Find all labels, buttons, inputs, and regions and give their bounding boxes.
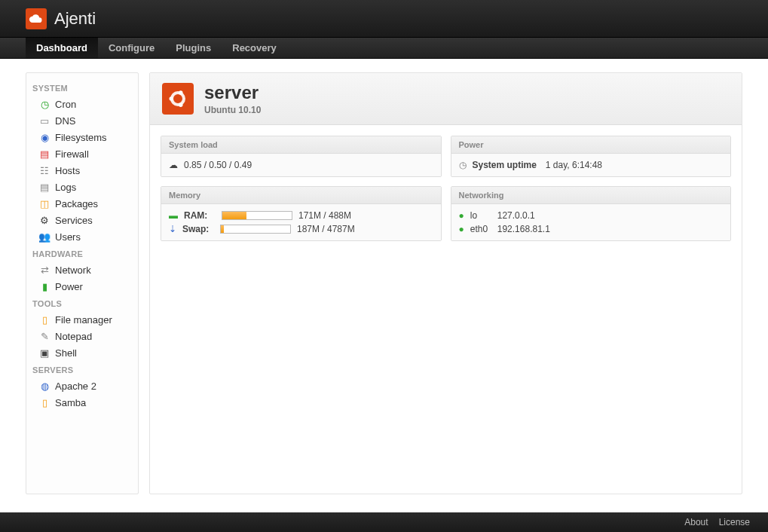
network-icon: ⇄ <box>38 264 50 276</box>
sidebar-item-label: Users <box>55 231 81 243</box>
battery-icon: ▮ <box>38 280 50 292</box>
sidebar-item-filemanager[interactable]: ▯File manager <box>31 311 133 328</box>
folder-icon: ▯ <box>38 313 50 326</box>
notepad-icon: ✎ <box>38 330 50 342</box>
sidebar-item-label: Filesystems <box>55 132 107 143</box>
gear-icon: ⚙ <box>38 214 50 226</box>
ram-icon: ▬ <box>169 210 178 221</box>
sidebar-item-label: Cron <box>55 99 76 110</box>
page-subtitle: Ubuntu 10.10 <box>204 105 261 115</box>
hosts-icon: ☷ <box>38 164 50 176</box>
ubuntu-icon <box>167 87 189 110</box>
widget-networking: Networking ● lo 127.0.0.1 ● eth0 192.168… <box>451 186 732 241</box>
widget-memory-title: Memory <box>161 187 441 204</box>
swap-label: Swap: <box>182 224 214 234</box>
sidebar-item-hosts[interactable]: ☷Hosts <box>31 162 133 179</box>
navbar: Dashboard Configure Plugins Recovery <box>0 38 768 59</box>
widget-power: Power ◷ System uptime 1 day, 6:14:48 <box>451 136 732 177</box>
iface-addr: 127.0.0.1 <box>497 210 535 221</box>
samba-icon: ▯ <box>38 396 50 408</box>
iface-up-icon: ● <box>459 210 464 221</box>
sidebar-item-label: Services <box>55 215 93 226</box>
ram-bar-fill <box>222 212 246 219</box>
sidebar-item-apache[interactable]: ◍Apache 2 <box>31 378 133 394</box>
load-value: 0.85 / 0.50 / 0.49 <box>184 160 252 170</box>
sidebar-item-label: DNS <box>55 115 75 127</box>
sidebar-section-system: SYSTEM <box>31 79 133 96</box>
sidebar-item-label: Shell <box>55 347 77 359</box>
sidebar-item-filesystems[interactable]: ◉Filesystems <box>31 129 133 145</box>
sidebar-item-users[interactable]: 👥Users <box>31 228 133 245</box>
ram-text: 171M / 488M <box>298 210 351 221</box>
sidebar-item-notepad[interactable]: ✎Notepad <box>31 328 133 344</box>
sidebar-item-label: Firewall <box>55 148 89 160</box>
globe-icon: ◍ <box>38 380 50 392</box>
iface-up-icon: ● <box>459 224 464 234</box>
brand-logo <box>26 8 47 29</box>
sidebar-item-label: Samba <box>55 397 86 408</box>
widget-load-title: System load <box>161 136 441 154</box>
terminal-icon: ▣ <box>38 347 50 359</box>
sidebar-item-samba[interactable]: ▯Samba <box>31 394 133 411</box>
widget-memory: Memory ▬ RAM: 171M / 488M ⇣ Swap: 187M /… <box>161 186 442 241</box>
wall-icon: ▤ <box>38 148 50 160</box>
disk-icon: ◉ <box>38 131 50 143</box>
logs-icon: ▤ <box>38 181 50 193</box>
iface-name: lo <box>470 210 491 221</box>
sidebar-item-packages[interactable]: ◫Packages <box>31 195 133 212</box>
clock-icon: ◷ <box>459 160 467 170</box>
swap-icon: ⇣ <box>169 224 176 234</box>
nav-dashboard[interactable]: Dashboard <box>26 38 98 58</box>
widget-power-title: Power <box>451 136 731 154</box>
swap-text: 187M / 4787M <box>297 224 355 234</box>
sidebar-item-cron[interactable]: ◷Cron <box>31 96 133 112</box>
iface-name: eth0 <box>470 224 491 234</box>
sidebar-item-label: File manager <box>55 314 112 326</box>
gauge-icon: ☁ <box>169 160 178 170</box>
swap-bar <box>220 225 291 234</box>
widget-networking-title: Networking <box>451 187 731 204</box>
sidebar-section-tools: TOOLS <box>31 295 133 311</box>
cloud-icon <box>29 11 44 26</box>
nav-plugins[interactable]: Plugins <box>165 38 222 58</box>
brand-title: Ajenti <box>54 9 96 29</box>
os-logo <box>162 83 194 115</box>
sidebar-item-label: Network <box>55 264 91 276</box>
widget-load: System load ☁ 0.85 / 0.50 / 0.49 <box>161 136 442 177</box>
uptime-label: System uptime <box>473 160 537 170</box>
sidebar-item-power[interactable]: ▮Power <box>31 278 133 295</box>
footer-license[interactable]: License <box>719 517 750 527</box>
sidebar-section-servers: SERVERS <box>31 361 133 378</box>
page-header: server Ubuntu 10.10 <box>150 73 742 125</box>
uptime-value: 1 day, 6:14:48 <box>546 160 602 170</box>
sidebar-item-label: Notepad <box>55 331 92 342</box>
sidebar: SYSTEM ◷Cron ▭DNS ◉Filesystems ▤Firewall… <box>26 72 139 494</box>
clock-icon: ◷ <box>38 98 50 110</box>
ram-label: RAM: <box>184 210 216 221</box>
footer: About License <box>0 512 768 532</box>
card-icon: ▭ <box>38 115 50 127</box>
sidebar-item-label: Logs <box>55 182 76 193</box>
sidebar-item-shell[interactable]: ▣Shell <box>31 344 133 361</box>
sidebar-item-logs[interactable]: ▤Logs <box>31 179 133 195</box>
sidebar-item-label: Packages <box>55 198 98 209</box>
sidebar-item-dns[interactable]: ▭DNS <box>31 112 133 129</box>
nav-recovery[interactable]: Recovery <box>222 38 287 58</box>
sidebar-item-network[interactable]: ⇄Network <box>31 261 133 278</box>
page-title: server <box>204 82 261 103</box>
iface-addr: 192.168.81.1 <box>497 224 550 234</box>
sidebar-section-hardware: HARDWARE <box>31 245 133 261</box>
sidebar-item-label: Apache 2 <box>55 381 96 392</box>
swap-bar-fill <box>221 225 224 233</box>
sidebar-item-label: Power <box>55 281 83 292</box>
main-panel: server Ubuntu 10.10 System load ☁ 0.85 /… <box>149 72 742 494</box>
package-icon: ◫ <box>38 197 50 209</box>
sidebar-item-label: Hosts <box>55 165 80 176</box>
footer-about[interactable]: About <box>684 517 708 527</box>
ram-bar <box>222 211 292 220</box>
nav-configure[interactable]: Configure <box>98 38 165 58</box>
users-icon: 👥 <box>38 231 50 243</box>
sidebar-item-services[interactable]: ⚙Services <box>31 212 133 228</box>
topbar: Ajenti <box>0 0 768 38</box>
sidebar-item-firewall[interactable]: ▤Firewall <box>31 145 133 162</box>
